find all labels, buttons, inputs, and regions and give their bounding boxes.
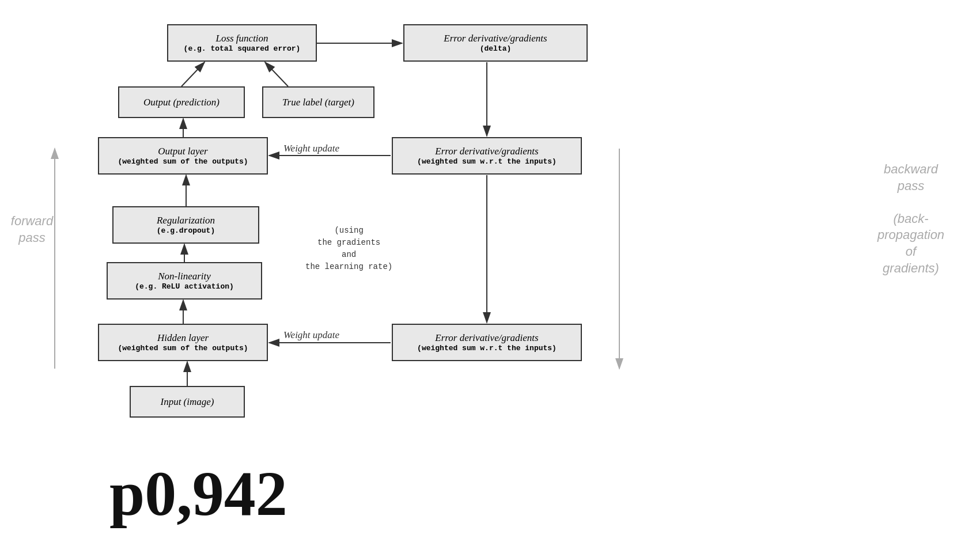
hidden-layer-title: Hidden layer xyxy=(157,332,209,344)
handwritten-text: p0,942 xyxy=(109,457,287,530)
error-deriv-hidden-subtitle: (weighted sum w.r.t the inputs) xyxy=(417,344,557,353)
hidden-layer-box: Hidden layer (weighted sum of the output… xyxy=(98,324,268,361)
error-deriv-output-box: Error derivative/gradients (weighted sum… xyxy=(392,137,582,175)
true-label-box: True label (target) xyxy=(262,86,374,118)
diagram-container: Loss function (e.g. total squared error)… xyxy=(0,0,980,542)
input-image-title: Input (image) xyxy=(160,396,214,408)
loss-function-box: Loss function (e.g. total squared error) xyxy=(167,24,317,62)
loss-function-subtitle: (e.g. total squared error) xyxy=(184,44,301,53)
error-deriv-hidden-box: Error derivative/gradients (weighted sum… xyxy=(392,324,582,361)
error-deriv-output-subtitle: (weighted sum w.r.t the inputs) xyxy=(417,157,557,166)
error-deriv-output-title: Error derivative/gradients xyxy=(435,146,538,157)
error-deriv-top-title: Error derivative/gradients xyxy=(444,33,547,44)
error-deriv-top-subtitle: (delta) xyxy=(480,44,512,53)
output-layer-title: Output layer xyxy=(158,146,207,157)
regularization-title: Regularization xyxy=(157,215,215,226)
error-deriv-top-box: Error derivative/gradients (delta) xyxy=(403,24,588,62)
weight-update-top-label: Weight update xyxy=(283,143,339,154)
forward-pass-label: forwardpass xyxy=(10,213,54,246)
non-linearity-box: Non-linearity (e.g. ReLU activation) xyxy=(107,262,262,300)
svg-line-5 xyxy=(181,62,205,86)
output-layer-box: Output layer (weighted sum of the output… xyxy=(98,137,268,175)
output-layer-subtitle: (weighted sum of the outputs) xyxy=(118,157,248,166)
loss-function-title: Loss function xyxy=(215,33,268,44)
true-label-title: True label (target) xyxy=(282,97,354,108)
svg-line-6 xyxy=(265,62,288,86)
backward-pass-label: backwardpass(back-propagationofgradients… xyxy=(876,161,945,276)
non-linearity-subtitle: (e.g. ReLU activation) xyxy=(135,282,234,291)
weight-update-bottom-label: Weight update xyxy=(283,329,339,341)
non-linearity-title: Non-linearity xyxy=(158,271,211,282)
regularization-subtitle: (e.g.dropout) xyxy=(157,226,215,235)
gradient-note: (usingthe gradientsandthe learning rate) xyxy=(305,225,392,273)
input-image-box: Input (image) xyxy=(130,386,245,418)
output-prediction-title: Output (prediction) xyxy=(143,97,220,108)
output-prediction-box: Output (prediction) xyxy=(118,86,245,118)
regularization-box: Regularization (e.g.dropout) xyxy=(112,206,259,244)
error-deriv-hidden-title: Error derivative/gradients xyxy=(435,332,538,344)
hidden-layer-subtitle: (weighted sum of the outputs) xyxy=(118,344,248,353)
